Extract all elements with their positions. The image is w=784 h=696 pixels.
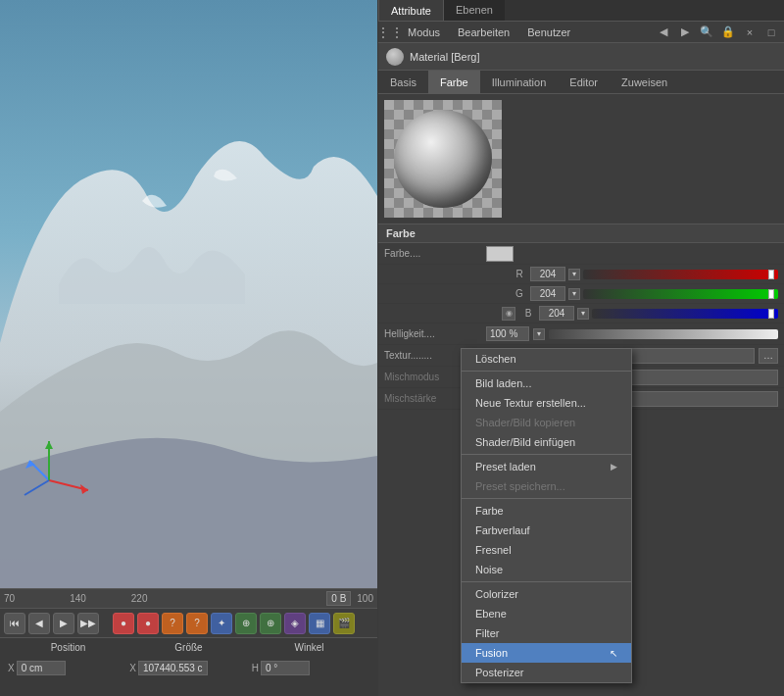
menu-modus[interactable]: Modus xyxy=(400,25,448,40)
position-label: Position xyxy=(8,642,128,653)
ctx-noise[interactable]: Noise xyxy=(462,560,631,579)
material-header: Material [Berg] xyxy=(378,43,784,71)
preview-container xyxy=(384,100,502,218)
textur-more-btn[interactable]: … xyxy=(759,348,778,364)
timeline-bar: 70 140 220 0 B 100 xyxy=(0,588,377,608)
sub-tabs: Basis Farbe Illumination Editor Zuweisen xyxy=(378,71,784,94)
btn-yellow[interactable]: 🎬 xyxy=(333,613,355,634)
x2-label: X xyxy=(129,663,136,673)
ctx-divider-4 xyxy=(462,581,631,582)
g-slider[interactable] xyxy=(583,289,778,299)
svg-marker-2 xyxy=(25,461,35,469)
close-icon[interactable]: □ xyxy=(762,24,780,41)
ctx-bild-laden[interactable]: Bild laden... xyxy=(462,373,631,393)
b-slider[interactable] xyxy=(592,309,778,319)
btn-green-2[interactable]: ⊕ xyxy=(260,613,281,634)
menu-bar: ⋮⋮ Modus Bearbeiten Benutzer ◀ ▶ 🔍 🔒 × □ xyxy=(378,22,784,43)
btn-orange[interactable]: ? xyxy=(162,613,183,634)
ctx-fusion[interactable]: Fusion ↖ xyxy=(462,643,631,663)
ctx-ebene[interactable]: Ebene xyxy=(462,604,631,623)
b-channel-row: ◉ B ▾ xyxy=(378,304,784,323)
position-fields: X 0 cm X 107440.553 c H 0 ° xyxy=(0,657,377,678)
ctx-posterizer[interactable]: Posterizer xyxy=(462,663,631,682)
transport-prev[interactable]: ◀ xyxy=(28,613,50,634)
timeline-tick-3: 220 xyxy=(131,593,148,604)
x-label: X xyxy=(8,663,15,673)
x-value[interactable]: 0 cm xyxy=(17,661,66,675)
lock-icon[interactable]: 🔒 xyxy=(719,24,737,41)
winkel-label: Winkel xyxy=(249,642,369,653)
timeline-tick-4: 100 xyxy=(357,593,373,604)
helligkeit-label: Helligkeit.... xyxy=(384,328,482,339)
farbe-prop-row: Farbe.... xyxy=(378,243,784,265)
h-field-group: H 0 ° xyxy=(252,661,369,675)
btn-red-2[interactable]: ● xyxy=(137,613,159,634)
menu-bearbeiten[interactable]: Bearbeiten xyxy=(450,25,517,40)
groesse-label: Größe xyxy=(128,642,249,653)
g-channel-label: G xyxy=(512,288,527,299)
farbe-label: Farbe.... xyxy=(384,248,482,259)
ctx-filter[interactable]: Filter xyxy=(462,623,631,643)
menu-benutzer[interactable]: Benutzer xyxy=(519,25,578,40)
subtab-illumination[interactable]: Illumination xyxy=(480,71,559,94)
search-icon[interactable]: 🔍 xyxy=(698,24,715,41)
btn-purple[interactable]: ◈ xyxy=(284,613,306,634)
nav-left-icon[interactable]: ◀ xyxy=(655,24,672,41)
btn-red-1[interactable]: ● xyxy=(113,613,134,634)
material-name: Material [Berg] xyxy=(410,51,480,63)
b-channel-input[interactable] xyxy=(539,306,574,321)
subtab-basis[interactable]: Basis xyxy=(378,71,428,94)
x2-value[interactable]: 107440.553 c xyxy=(138,661,208,675)
transport-play[interactable]: ▶ xyxy=(53,613,74,634)
btn-blue-1[interactable]: ✦ xyxy=(211,613,232,634)
r-slider[interactable] xyxy=(583,270,778,279)
subtab-zuweisen[interactable]: Zuweisen xyxy=(610,71,679,94)
ctx-loeschen[interactable]: Löschen xyxy=(462,349,631,369)
timeline-tick-1: 70 xyxy=(4,593,15,604)
farbe-section-header: Farbe xyxy=(378,224,784,243)
r-arrow-btn[interactable]: ▾ xyxy=(568,269,580,280)
helligkeit-row: Helligkeit.... ▾ xyxy=(378,323,784,345)
material-sphere-icon xyxy=(386,48,404,66)
transport-back[interactable]: ⏮ xyxy=(4,613,25,634)
b-arrow-btn[interactable]: ▾ xyxy=(577,308,589,320)
subtab-farbe[interactable]: Farbe xyxy=(428,71,480,94)
svg-line-7 xyxy=(24,480,49,495)
position-bar-labels: Position Größe Winkel xyxy=(0,637,377,657)
ctx-divider-3 xyxy=(462,498,631,499)
ctx-shader-kopieren: Shader/Bild kopieren xyxy=(462,413,631,432)
settings-icon[interactable]: × xyxy=(741,24,759,41)
h-value[interactable]: 0 ° xyxy=(261,661,310,675)
controls-bar: ⏮ ◀ ▶ ▶▶ ● ● ? ? ✦ ⊕ ⊕ ◈ ▦ 🎬 xyxy=(0,608,377,637)
helligkeit-arrow[interactable]: ▾ xyxy=(533,328,545,340)
svg-marker-6 xyxy=(45,441,53,449)
ctx-fresnel[interactable]: Fresnel xyxy=(462,540,631,560)
color-swatch[interactable] xyxy=(486,246,514,262)
btn-green-1[interactable]: ⊕ xyxy=(235,613,257,634)
ctx-farbverlauf[interactable]: Farbverlauf xyxy=(462,521,631,540)
viewport-3d[interactable] xyxy=(0,0,377,588)
tab-attribute[interactable]: Attribute xyxy=(378,0,444,21)
ctx-colorizer[interactable]: Colorizer xyxy=(462,584,631,604)
tab-ebenen[interactable]: Ebenen xyxy=(444,0,505,21)
btn-blue-2[interactable]: ▦ xyxy=(309,613,330,634)
helligkeit-slider[interactable] xyxy=(549,329,778,339)
g-channel-row: G ▾ xyxy=(378,284,784,304)
ctx-divider-2 xyxy=(462,454,631,455)
ctx-neue-textur[interactable]: Neue Textur erstellen... xyxy=(462,393,631,413)
ctx-shader-einfuegen[interactable]: Shader/Bild einfügen xyxy=(462,432,631,452)
nav-right-icon[interactable]: ▶ xyxy=(676,24,694,41)
transport-next[interactable]: ▶▶ xyxy=(77,613,99,634)
b-mode-btn[interactable]: ◉ xyxy=(502,307,515,321)
subtab-editor[interactable]: Editor xyxy=(558,71,610,94)
preset-laden-arrow-icon: ▶ xyxy=(611,462,617,472)
xyz-axes xyxy=(20,431,98,510)
fusion-cursor-icon: ↖ xyxy=(610,648,617,659)
g-channel-input[interactable] xyxy=(530,286,565,301)
btn-orange-2[interactable]: ? xyxy=(186,613,208,634)
ctx-farbe[interactable]: Farbe xyxy=(462,501,631,521)
g-arrow-btn[interactable]: ▾ xyxy=(568,288,580,300)
helligkeit-input[interactable] xyxy=(486,326,529,341)
r-channel-input[interactable] xyxy=(530,267,565,281)
ctx-preset-laden[interactable]: Preset laden ▶ xyxy=(462,457,631,476)
